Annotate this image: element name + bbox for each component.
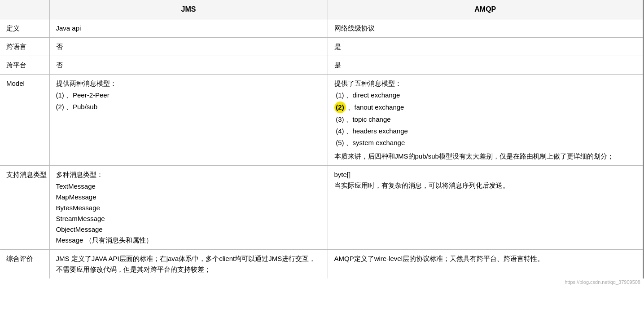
jms-msgtype-title: 多种消息类型：	[56, 171, 103, 178]
row-label-msgtype: 支持消息类型	[0, 165, 49, 249]
list-item: (1) 、direct exchange	[334, 90, 637, 101]
amqp-item-text-3: 、topic change	[346, 114, 391, 125]
row-jms-kuayuyan: 否	[49, 37, 328, 56]
table-row-model: Model 提供两种消息模型： (1) 、Peer-2-Peer (2) 、Pu…	[0, 74, 643, 165]
list-item: StreamMessage	[56, 213, 321, 224]
table-row-msgtype: 支持消息类型 多种消息类型： TextMessage MapMessage By…	[0, 165, 643, 249]
amqp-model-title: 提供了五种消息模型：	[334, 80, 402, 87]
comparison-table: JMS AMQP 定义 Java api 网络线级协议 跨语言 否 是 跨平台 …	[0, 0, 643, 278]
amqp-num-2-highlighted: (2)	[334, 102, 346, 113]
row-amqp-model: 提供了五种消息模型： (1) 、direct exchange (2) 、fan…	[328, 74, 643, 165]
table-row-summary: 综合评价 JMS 定义了JAVA API层面的标准；在java体系中，多个cli…	[0, 249, 643, 278]
list-item: ObjectMessage	[56, 224, 321, 235]
amqp-msgtype-title: byte[]	[334, 169, 637, 180]
row-amqp-summary: AMQP定义了wire-level层的协议标准；天然具有跨平台、跨语言特性。	[328, 249, 643, 278]
footer-url: https://blog.csdn.net/qq_37909508	[0, 278, 644, 286]
row-jms-dingyi: Java api	[49, 19, 328, 37]
row-label-model: Model	[0, 74, 49, 165]
amqp-num-3: (3)	[334, 114, 344, 125]
list-item: (5) 、system exchange	[334, 137, 637, 148]
jms-model-title: 提供两种消息模型：	[56, 80, 117, 87]
list-item: (2) 、fanout exchange	[334, 102, 637, 113]
row-label-kuayuyan: 跨语言	[0, 37, 49, 56]
list-item: Message （只有消息头和属性）	[56, 235, 321, 246]
header-jms: JMS	[49, 0, 328, 19]
amqp-msgtype-note: 当实际应用时，有复杂的消息，可以将消息序列化后发送。	[334, 180, 637, 191]
row-amqp-kuapingtai: 是	[328, 56, 643, 74]
jms-msgtype-list: TextMessage MapMessage BytesMessage Stre…	[56, 181, 321, 246]
amqp-num-4: (4)	[334, 126, 344, 137]
table-row: 跨平台 否 是	[0, 56, 643, 74]
row-jms-summary: JMS 定义了JAVA API层面的标准；在java体系中，多个client均可…	[49, 249, 328, 278]
row-amqp-kuayuyan: 是	[328, 37, 643, 56]
jms-model-list: (1) 、Peer-2-Peer (2) 、Pub/sub	[56, 90, 321, 112]
table-row: 定义 Java api 网络线级协议	[0, 19, 643, 37]
list-item: (2) 、Pub/sub	[56, 102, 321, 112]
amqp-item-text-1: 、direct exchange	[346, 90, 400, 101]
amqp-model-note: 本质来讲，后四种和JMS的pub/sub模型没有太大差别，仅是在路由机制上做了更…	[334, 151, 637, 162]
comparison-table-wrapper: JMS AMQP 定义 Java api 网络线级协议 跨语言 否 是 跨平台 …	[0, 0, 644, 278]
row-jms-model: 提供两种消息模型： (1) 、Peer-2-Peer (2) 、Pub/sub	[49, 74, 328, 165]
row-label-dingyi: 定义	[0, 19, 49, 37]
row-amqp-msgtype: byte[] 当实际应用时，有复杂的消息，可以将消息序列化后发送。	[328, 165, 643, 249]
list-item: (3) 、topic change	[334, 114, 637, 125]
list-item: (4) 、headers exchange	[334, 126, 637, 137]
table-row: 跨语言 否 是	[0, 37, 643, 56]
jms-model-item-2: (2) 、Pub/sub	[56, 102, 98, 112]
row-label-kuapingtai: 跨平台	[0, 56, 49, 74]
list-item: TextMessage	[56, 181, 321, 192]
amqp-item-text-4: 、headers exchange	[346, 126, 408, 137]
row-jms-kuapingtai: 否	[49, 56, 328, 74]
list-item: BytesMessage	[56, 203, 321, 213]
amqp-item-text-2: 、fanout exchange	[348, 102, 404, 113]
jms-model-item-1: (1) 、Peer-2-Peer	[56, 90, 110, 101]
amqp-model-list: (1) 、direct exchange (2) 、fanout exchang…	[334, 90, 637, 148]
header-label	[0, 0, 49, 19]
amqp-item-text-5: 、system exchange	[346, 137, 405, 148]
row-label-summary: 综合评价	[0, 249, 49, 278]
list-item: MapMessage	[56, 192, 321, 203]
header-amqp: AMQP	[328, 0, 643, 19]
amqp-num-5: (5)	[334, 137, 344, 148]
amqp-num-1: (1)	[334, 90, 344, 101]
list-item: (1) 、Peer-2-Peer	[56, 90, 321, 101]
row-amqp-dingyi: 网络线级协议	[328, 19, 643, 37]
row-jms-msgtype: 多种消息类型： TextMessage MapMessage BytesMess…	[49, 165, 328, 249]
